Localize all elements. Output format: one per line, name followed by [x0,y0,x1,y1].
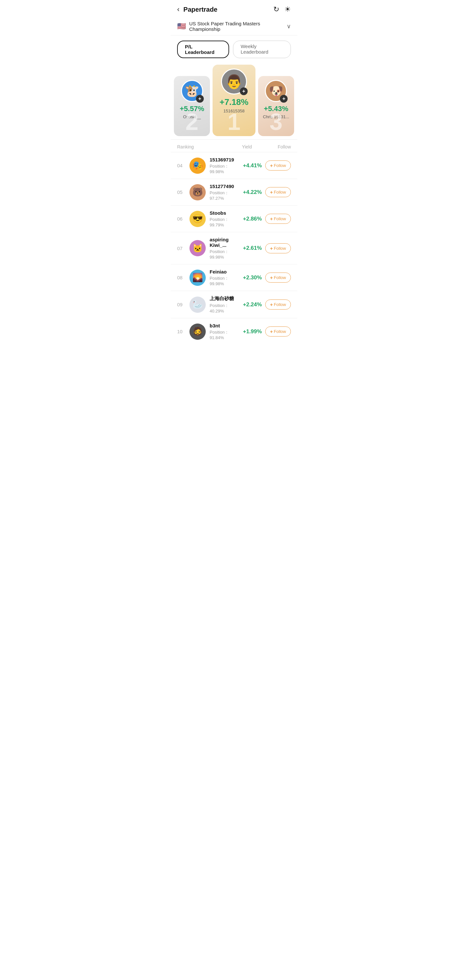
user-info: 151369719 Position：99.98% [210,157,240,174]
header: ‹ Papertrade ↻ ☀ [170,0,298,18]
user-info: 上海白砂糖 Position：40.29% [210,296,240,313]
back-button[interactable]: ‹ [177,5,180,14]
col-ranking-label: Ranking [177,144,213,150]
podium-rank-1: 1 👨 + +7.18% 151615358 [213,65,255,136]
header-icons: ↻ ☀ [273,5,291,14]
rank-number: 07 [177,245,186,251]
plus-icon: + [270,302,273,307]
yield-3: +5.43% [264,105,288,113]
rank-number: 04 [177,163,186,168]
user-name: b3nt [210,323,240,328]
plus-icon: + [270,163,273,168]
follow-label: Follow [274,163,286,168]
follow-button[interactable]: + Follow [265,326,291,337]
plus-icon: + [270,245,273,251]
follow-button[interactable]: + Follow [265,243,291,253]
yield-2: +5.57% [180,105,204,113]
avatar: 🎭 [189,158,206,174]
tab-weekly[interactable]: Weekly Leaderboard [233,41,291,58]
plus-icon: + [270,329,273,334]
position-label: Position：97.27% [210,190,240,201]
tab-bar: P/L Leaderboard Weekly Leaderboard [170,35,298,58]
position-label: Position：91.84% [210,329,240,340]
rank-number: 05 [177,189,186,195]
follow-label: Follow [274,275,286,280]
rank-number: 10 [177,329,186,334]
follow-label: Follow [274,190,286,194]
avatar: 🌄 [189,270,206,286]
plus-icon: + [270,275,273,280]
user-info: Feiniao Position：99.98% [210,269,240,286]
add-button-3[interactable]: + [280,95,288,103]
user-name: Feiniao [210,269,240,274]
col-yield-label: Yield [213,144,255,150]
col-follow-label: Follow [255,144,291,150]
avatar-wrap-1: 👨 + [221,68,247,94]
avatar-wrap-3: 🐶 + [265,80,287,102]
follow-button[interactable]: + Follow [265,187,291,197]
avatar: 🐱 [189,240,206,256]
add-button-2[interactable]: + [196,95,204,103]
follow-button[interactable]: + Follow [265,299,291,310]
follow-button[interactable]: + Follow [265,214,291,224]
podium-rank-3: 3 🐶 + +5.43% Chris 15131... [258,76,294,136]
podium-rank-2: 2 🐮 + +5.57% Onoski__ [174,76,210,136]
user-name: aspiring Kiwi_... [210,237,240,248]
user-info: Stoobs Position：99.79% [210,210,240,228]
username-3: Chris 15131... [263,115,289,119]
table-row: 09 🦢 上海白砂糖 Position：40.29% +2.24% + Foll… [170,291,298,318]
settings-icon[interactable]: ☀ [284,5,291,14]
yield-value: +2.30% [240,274,262,281]
table-row: 07 🐱 aspiring Kiwi_... Position：99.98% +… [170,232,298,264]
follow-label: Follow [274,216,286,221]
position-label: Position：99.98% [210,249,240,259]
plus-icon: + [270,216,273,221]
follow-button[interactable]: + Follow [265,161,291,170]
list-header: Ranking Yield Follow [170,139,298,152]
yield-value: +2.61% [240,245,262,251]
rank-number: 06 [177,216,186,221]
yield-value: +4.22% [240,189,262,196]
tab-pl[interactable]: P/L Leaderboard [177,41,229,58]
table-row: 08 🌄 Feiniao Position：99.98% +2.30% + Fo… [170,264,298,291]
yield-value: +2.86% [240,216,262,222]
rank-bg-1: 1 [228,110,240,134]
add-button-1[interactable]: + [240,88,248,95]
avatar: 🧔 [189,323,206,340]
table-row: 10 🧔 b3nt Position：91.84% +1.99% + Follo… [170,318,298,345]
user-info: b3nt Position：91.84% [210,323,240,340]
yield-value: +1.99% [240,328,262,335]
username-1: 151615358 [223,108,244,113]
avatar: 😎 [189,211,206,227]
avatar: 🦢 [189,297,206,313]
refresh-icon[interactable]: ↻ [273,5,279,14]
page-title: Papertrade [183,6,273,13]
yield-1: +7.18% [220,97,248,107]
table-row: 04 🎭 151369719 Position：99.98% +4.41% + … [170,152,298,179]
flag-icon: 🇺🇸 [177,22,186,30]
rank-number: 08 [177,275,186,280]
user-info: 151277490 Position：97.27% [210,183,240,201]
user-name: 151277490 [210,183,240,189]
yield-value: +4.41% [240,162,262,169]
follow-label: Follow [274,329,286,334]
podium-section: 2 🐮 + +5.57% Onoski__ 1 👨 + +7.18% 15161… [170,58,298,139]
user-name: 上海白砂糖 [210,296,240,302]
user-info: aspiring Kiwi_... Position：99.98% [210,237,240,259]
avatar-wrap-2: 🐮 + [181,80,203,102]
table-row: 05 🐻 151277490 Position：97.27% +4.22% + … [170,179,298,205]
position-label: Position：40.29% [210,303,240,313]
championship-bar[interactable]: 🇺🇸 US Stock Paper Trading Masters Champi… [170,18,298,35]
avatar: 🐻 [189,184,206,200]
plus-icon: + [270,189,273,195]
username-2: Onoski__ [183,115,201,119]
championship-label: US Stock Paper Trading Masters Champions… [189,21,287,32]
position-label: Position：99.98% [210,275,240,286]
follow-label: Follow [274,302,286,307]
follow-button[interactable]: + Follow [265,272,291,283]
position-label: Position：99.79% [210,217,240,228]
yield-value: +2.24% [240,301,262,308]
user-name: Stoobs [210,210,240,216]
leaderboard-list: 04 🎭 151369719 Position：99.98% +4.41% + … [170,152,298,345]
user-name: 151369719 [210,157,240,162]
